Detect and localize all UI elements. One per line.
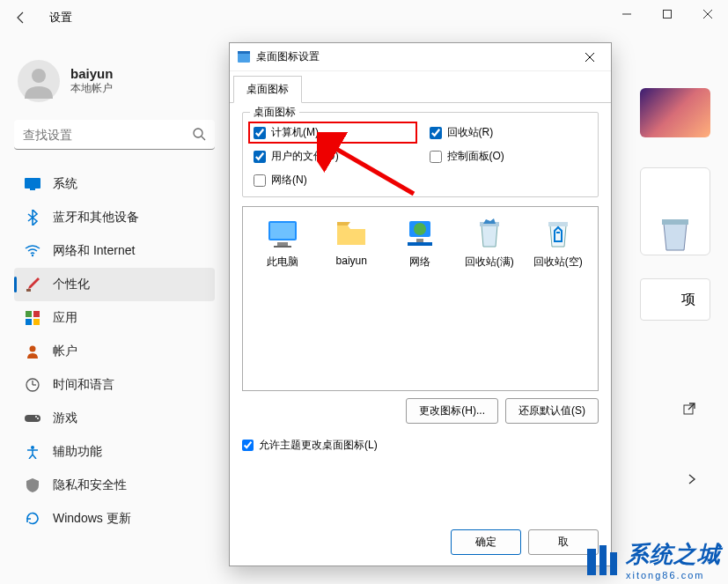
back-button[interactable] [7,4,35,32]
checkbox-recycle-input[interactable] [430,127,442,139]
icon-item-network[interactable]: 网络 [388,218,452,270]
checkbox-recycle[interactable]: 回收站(R) [430,125,588,140]
thispc-icon [267,218,298,249]
accounts-icon [25,344,40,359]
sidebar-item-accessibility[interactable]: 辅助功能 [14,435,215,469]
checkbox-grid: 计算机(M) 回收站(R) 用户的文件(U) 控制面板(O) 网络(N) [254,125,587,188]
dialog-icon [237,50,251,64]
checkbox-network-input[interactable] [254,174,266,187]
tab-strip: 桌面图标 [230,71,611,103]
icon-label: 回收站(空) [533,255,583,270]
network-icon [404,218,436,249]
arrow-left-icon [14,11,28,25]
apps-icon [25,310,40,326]
sidebar-item-update[interactable]: Windows 更新 [14,502,215,536]
sidebar-item-gaming[interactable]: 游戏 [14,402,215,435]
user-icon [21,63,56,99]
titlebar: 设置 [0,0,728,35]
nav-label: 隐私和安全性 [53,477,127,493]
svg-rect-30 [270,223,295,239]
checkbox-userfiles-input[interactable] [254,151,266,163]
sidebar-item-apps[interactable]: 应用 [14,301,215,335]
close-button[interactable] [688,0,728,28]
brush-icon [25,277,40,292]
external-link-row[interactable] [640,388,710,430]
svg-rect-35 [416,239,423,242]
recycle-empty-icon [542,218,574,249]
checkbox-controlpanel[interactable]: 控制面板(O) [430,149,588,164]
icon-item-recycleempty[interactable]: 回收站(空) [526,218,590,270]
icon-action-buttons: 更改图标(H)... 还原默认值(S) [242,398,599,424]
svg-rect-25 [238,53,250,63]
checkbox-network[interactable]: 网络(N) [254,173,412,188]
watermark-url: xitong86.com [626,570,721,580]
checkbox-label: 控制面板(O) [447,149,504,164]
close-icon [585,53,594,62]
watermark-logo-icon [584,542,621,579]
dialog-titlebar: 桌面图标设置 [230,43,611,71]
svg-rect-40 [587,549,596,575]
svg-line-6 [202,137,205,140]
checkbox-label: 用户的文件(U) [271,149,339,164]
svg-point-5 [194,129,202,137]
sidebar-item-bluetooth[interactable]: 蓝牙和其他设备 [14,201,215,234]
tab-desktop-icons[interactable]: 桌面图标 [233,76,302,103]
search-input[interactable] [14,120,215,150]
sidebar-item-system[interactable]: 系统 [14,167,215,201]
checkbox-computer-input[interactable] [254,127,266,139]
nav-label: Windows 更新 [53,511,131,527]
svg-point-20 [35,416,37,418]
sidebar-item-personalization[interactable]: 个性化 [14,268,215,301]
svg-point-4 [32,69,46,83]
sidebar-item-accounts[interactable]: 帐户 [14,335,215,368]
allow-theme-input[interactable] [242,440,254,451]
maximize-button[interactable] [647,0,688,28]
icon-label: baiyun [336,255,367,267]
icon-label: 回收站(满) [465,255,514,270]
wifi-icon [25,243,40,259]
close-icon [703,10,712,18]
ok-button[interactable]: 确定 [451,529,521,555]
nav-label: 个性化 [53,277,90,292]
dialog-close-button[interactable] [576,47,604,68]
restore-default-button[interactable]: 还原默认值(S) [505,398,599,424]
group-title: 桌面图标 [250,105,299,120]
expand-row[interactable] [640,458,710,500]
checkbox-controlpanel-input[interactable] [430,151,442,163]
theme-count-row[interactable]: 项 [640,278,710,321]
svg-rect-36 [408,242,432,246]
search-icon [192,127,206,144]
svg-point-15 [30,346,36,352]
checkbox-userfiles[interactable]: 用户的文件(U) [254,149,412,164]
svg-point-34 [414,223,426,235]
search-wrap [14,120,215,167]
icon-item-recyclefull[interactable]: 回收站(满) [458,218,521,270]
checkbox-computer[interactable]: 计算机(M) [248,122,417,144]
sidebar-item-network[interactable]: 网络和 Internet [14,234,215,268]
accessibility-icon [25,444,40,460]
allow-theme-checkbox[interactable]: 允许主题更改桌面图标(L) [242,438,599,453]
external-link-icon [682,402,696,416]
window-title: 设置 [49,10,72,26]
svg-rect-7 [25,178,40,189]
icon-item-userfolder[interactable]: baiyun [320,218,383,267]
icon-item-thispc[interactable]: 此电脑 [251,218,314,270]
checkbox-label: 网络(N) [271,173,307,188]
nav-label: 辅助功能 [53,444,102,460]
svg-rect-23 [662,219,688,225]
nav-label: 帐户 [53,344,77,359]
background-preview[interactable] [640,88,710,137]
minimize-button[interactable] [607,0,647,28]
icon-label: 网络 [409,255,430,270]
checkbox-label: 计算机(M) [271,125,319,140]
svg-rect-8 [30,189,35,190]
svg-rect-38 [548,222,568,226]
user-info[interactable]: baiyun 本地帐户 [14,49,215,120]
sidebar-item-privacy[interactable]: 隐私和安全性 [14,469,215,502]
svg-rect-12 [33,311,40,317]
theme-preview[interactable] [640,167,710,255]
sidebar-item-time[interactable]: 时间和语言 [14,368,215,402]
desktop-icons-group: 桌面图标 计算机(M) 回收站(R) 用户的文件(U) 控制面板(O) 网络(N… [242,112,599,197]
change-icon-button[interactable]: 更改图标(H)... [406,398,498,424]
nav-list: 系统 蓝牙和其他设备 网络和 Internet 个性化 应用 帐户 时间和语言 … [14,167,215,536]
